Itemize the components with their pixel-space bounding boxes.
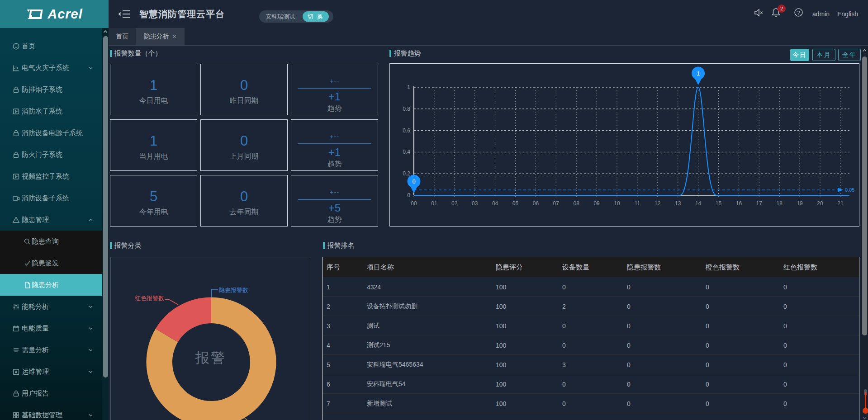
col-header-5: 橙色报警数 [706,257,740,277]
cell: 0 [783,374,787,394]
category-donut-chart [110,257,310,420]
tab-hidden-danger-analysis[interactable]: 隐患分析 ✕ [136,28,185,45]
sidebar-item-3[interactable]: 消防水子系统 [0,100,109,122]
sidebar-scroll-up-icon[interactable] [102,28,109,35]
stat-label: 今年用电 [110,208,197,217]
table-row-1[interactable]: 2设备拓扑测试勿删1002000 [323,297,859,316]
y-axis-label: 0 [407,192,410,198]
col-header-4: 隐患报警数 [627,257,661,277]
y-axis-label: 0.6 [403,127,410,134]
sidebar-item-label: 隐患派发 [32,259,59,268]
sidebar-item-17[interactable]: 基础数据管理 [0,404,109,420]
logo-text: Acrel [47,7,83,22]
camera-icon [12,194,20,202]
stat-value: 0 [201,189,287,205]
sidebar-item-4[interactable]: 消防设备电源子系统 [0,122,109,144]
home-icon [12,42,20,50]
sidebar-item-6[interactable]: 视频监控子系统 [0,165,109,187]
tab-home[interactable]: 首页 [109,28,136,45]
trend-divider [298,143,371,144]
page-scroll-down-icon[interactable] [862,415,868,420]
table-row-5[interactable]: 6安科瑞电气541000000 [323,374,859,394]
sidebar-item-14[interactable]: 需量分析 [0,339,109,361]
collapse-sidebar-icon[interactable] [119,9,130,19]
grid-icon [12,411,20,419]
rows-icon [12,346,20,354]
language-switch[interactable]: English [837,0,858,28]
cell: 0 [783,335,787,355]
stat-value: 0 [201,133,287,149]
alarm-trend-title-text: 报警趋势 [394,49,421,58]
table-row-2[interactable]: 3测试1000000 [323,316,859,335]
sidebar-item-1[interactable]: 电气火灾子系统 [0,57,109,79]
tab-close-icon[interactable]: ✕ [172,33,176,40]
sidebar-item-15[interactable]: 运维管理 [0,361,109,382]
cell: 2 [327,297,330,316]
alarm-count-title-text: 报警数量（个） [114,49,162,58]
tab-home-label: 首页 [116,33,128,41]
table-row-0[interactable]: 143241000000 [323,277,859,297]
sidebar-scrollbar[interactable] [102,28,109,420]
help-icon[interactable]: ? [794,8,803,17]
sidebar-item-label: 隐患查询 [32,237,59,246]
tab-bar: 首页 隐患分析 ✕ [109,28,868,46]
x-axis-label: 04 [492,200,498,207]
y-axis-label: 0.4 [403,149,410,155]
sidebar-item-8[interactable]: 隐患管理 [0,209,109,231]
cell: 100 [496,297,506,316]
sidebar-scrollbar-thumb[interactable] [103,36,108,378]
trend-value: +5 [291,202,378,214]
cell: 3 [327,316,330,335]
sidebar-item-7[interactable]: 消防设备子系统 [0,187,109,209]
sidebar-item-16[interactable]: 用户报告 [0,382,109,404]
range-button-0[interactable]: 今日 [790,49,809,61]
range-button-2[interactable]: 全年 [838,49,861,61]
project-switcher: 安科瑞测试 切 换 [259,10,333,23]
cell: 3 [562,355,566,374]
donut-slice-1[interactable] [167,310,211,335]
chevron-down-icon [88,304,93,309]
sidebar-item-13[interactable]: 电能质量 [0,317,109,339]
x-axis-label: 10 [614,200,620,207]
page-scroll-up-icon[interactable] [862,47,868,53]
range-button-1[interactable]: 本月 [812,49,835,61]
sidebar-item-0[interactable]: 首页 [0,35,109,57]
user-menu[interactable]: admin [812,0,830,28]
cell: 0 [706,316,709,335]
table-row-3[interactable]: 4测试2151000000 [323,335,859,355]
cell: 1 [327,277,330,297]
stat-label: 今日用电 [110,96,197,106]
cell: 0 [627,374,631,394]
stat-label: 上月同期 [201,152,287,161]
x-axis-label: 17 [756,200,763,207]
threshold-label: 0.05 [845,187,854,193]
tab-analysis-label: 隐患分析 [143,33,169,41]
col-header-6: 红色报警数 [783,257,817,277]
sidebar-item-2[interactable]: 防排烟子系统 [0,79,109,100]
stat-value: 1 [110,77,197,94]
sidebar-item-label: 防排烟子系统 [22,85,62,94]
speaker-icon[interactable] [754,8,764,18]
cell: 0 [562,277,566,297]
cell: 0 [627,394,631,413]
y-axis-label: 0.2 [403,170,410,177]
sidebar-item-12[interactable]: 能耗分析 [0,296,109,317]
table-row-4[interactable]: 5安科瑞电气54656341003000 [323,355,859,374]
col-header-2: 隐患评分 [496,257,523,277]
cell: 0 [627,297,631,316]
x-axis-label: 14 [695,200,702,207]
switch-project-button[interactable]: 切 换 [303,11,329,22]
cell: 100 [496,355,506,374]
table-row-6[interactable]: 7新增测试1000000 [323,394,859,413]
sidebar-item-9[interactable]: 隐患查询 [0,231,109,252]
sidebar-item-5[interactable]: 防火门子系统 [0,144,109,165]
page-scrollbar[interactable] [861,46,868,420]
cell: 4 [327,335,330,355]
marker-pin-value: 1 [697,70,700,77]
sidebar-item-10[interactable]: 隐患派发 [0,252,109,274]
sidebar-item-label: 能耗分析 [22,302,49,311]
sidebar-item-11[interactable]: 隐患分析 [0,274,109,296]
doc-icon [24,281,31,289]
stat-label: 去年同期 [201,208,287,217]
page-scrollbar-thumb[interactable] [862,57,867,335]
